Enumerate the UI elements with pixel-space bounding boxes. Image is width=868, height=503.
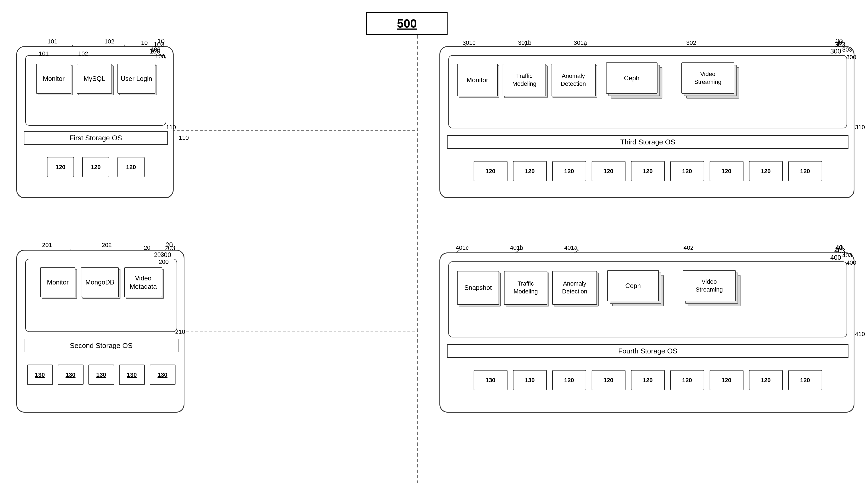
storage-unit-20-5: 130 [150,364,176,385]
ref-20-label: 20 [144,244,150,251]
su-40-9: 120 [788,370,822,390]
ref-102: 102 [78,50,88,57]
storage-unit-20-2: 130 [58,364,84,385]
su-30-9: 120 [788,161,822,181]
app-monitor-30: Monitor [457,64,498,97]
ref-30-label: 30 [836,39,842,47]
diagram: 500 10 100 103 Monitor 101 MyS [0,0,868,503]
app-userlogin-10: User Login [117,64,155,94]
storage-unit-20-4: 130 [119,364,145,385]
node10-inner: 100 103 Monitor 101 MySQL 102 [25,55,166,126]
ref-302-label: 302 [686,39,696,47]
su-30-2: 120 [513,161,547,181]
su-30-6: 120 [670,161,704,181]
ref-303-label: 303 [842,46,852,53]
ref-401a-label: 401a [564,244,578,251]
app-trafficmodeling-40: TrafficModeling [504,271,547,305]
node20-outer: 20 200 203 Monitor MongoDB VideoMet [16,250,185,413]
app-snapshot-40: Snapshot [457,271,499,305]
ref-310-label: 310 [855,124,865,131]
su-40-5: 120 [631,370,665,390]
ref-100-label: 100 [155,53,165,60]
ref-40-label: 40 [836,244,842,251]
ref-210-label: 210 [175,329,185,335]
storage-os-40: Fourth Storage OS [447,344,848,358]
ref-200-label: 200 [159,259,169,265]
su-40-7: 120 [710,370,744,390]
ref-300: 300 [830,48,841,55]
diagram-title: 500 [366,12,447,35]
ref-301b-label: 301b [518,39,531,47]
node40-outer: 40 400 403 Snapshot TrafficModeling [440,252,855,413]
su-40-6: 120 [670,370,704,390]
app-mysql-10: MySQL 102 [77,64,112,94]
storage-os-10: First Storage OS 110 [24,131,168,145]
app-videostreaming-30: VideoStreaming [681,62,744,98]
ref-401c-label: 401c [456,244,469,251]
storage-unit-10-2: 120 [82,157,109,177]
ref-10-label: 10 [141,39,147,47]
ref-203: 203 [164,244,175,252]
su-30-7: 120 [710,161,744,181]
ref-400-label: 400 [846,259,856,266]
storage-unit-10-3: 120 [117,157,145,177]
app-monitor-20: Monitor [40,268,75,297]
ref-202-label: 202 [102,242,112,249]
app-anomalydetection-40: AnomalyDetection [552,271,597,305]
app-ceph-40: Ceph [607,270,667,305]
ref-301c-label: 301c [463,39,475,47]
ref-103-label: 103 [151,46,161,53]
su-30-4: 120 [592,161,626,181]
app-mongodb-20: MongoDB [81,268,119,297]
storage-os-30: Third Storage OS [447,135,848,149]
storage-unit-20-3: 130 [89,364,114,385]
ref-410-label: 410 [855,331,865,338]
ref-101: 101 [39,50,49,57]
app-ceph-30: Ceph [606,62,666,98]
ref-401b-label: 401b [510,244,523,251]
storage-unit-10-1: 120 [47,157,74,177]
ref-400: 400 [830,254,841,261]
su-30-5: 120 [631,161,665,181]
ref-402-label: 402 [683,244,694,251]
su-40-4: 120 [592,370,626,390]
ref-203-label: 203 [154,251,164,258]
su-40-1: 130 [474,370,507,390]
su-40-8: 120 [749,370,783,390]
app-videostreaming-40: VideoStreaming [683,270,745,305]
app-monitor-10: Monitor 101 [36,64,71,94]
ref-403-label: 403 [842,252,852,259]
ref-110: 110 [179,134,189,141]
node10-outer: 10 100 103 Monitor 101 MySQL 102 [16,46,174,198]
app-trafficmodeling-30: TrafficModeling [503,64,546,97]
ref-102-label: 102 [104,38,114,45]
node40-inner: 400 403 Snapshot TrafficModeling Anomaly… [448,261,847,338]
node20-inner: 200 203 Monitor MongoDB VideoMetadata [25,259,177,332]
ref-201-label: 201 [42,242,52,249]
su-30-8: 120 [749,161,783,181]
storage-os-20: Second Storage OS [24,339,178,352]
ref-110-label: 110 [166,124,176,131]
su-30-1: 120 [474,161,507,181]
node30-inner: 300 303 Monitor TrafficModeling AnomalyD… [448,55,847,128]
app-videometa-20: VideoMetadata [124,268,162,297]
node30-outer: 30 300 303 Monitor TrafficModeling [440,46,855,198]
ref-101-label: 101 [48,38,58,45]
ref-301a-label: 301a [574,39,587,47]
su-40-2: 130 [513,370,547,390]
su-40-3: 120 [552,370,586,390]
app-anomalydetection-30: AnomalyDetection [551,64,596,97]
su-30-3: 120 [552,161,586,181]
storage-unit-20-1: 130 [27,364,53,385]
ref-300-label: 300 [846,54,856,61]
